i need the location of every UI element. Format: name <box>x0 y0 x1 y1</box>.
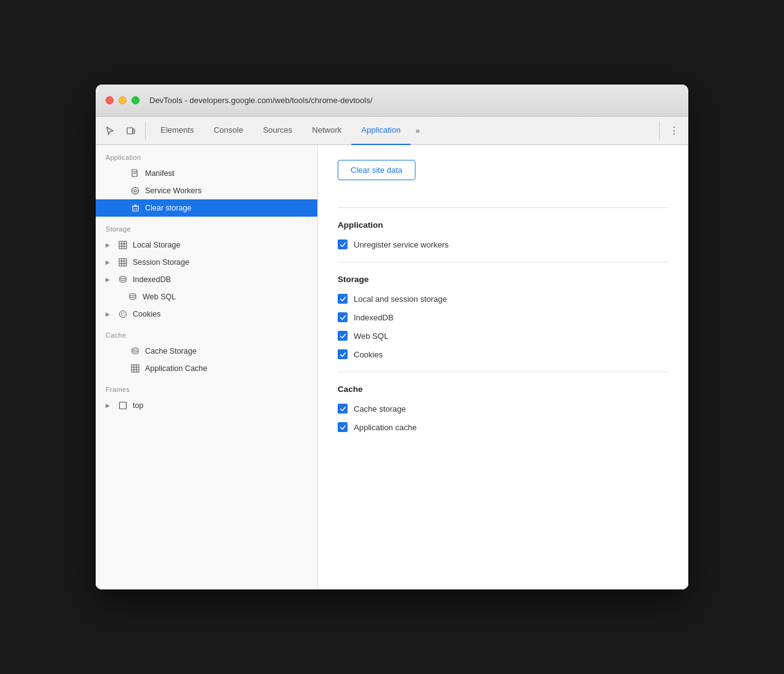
sidebar-item-cookies-label: Cookies <box>133 310 161 318</box>
menu-button[interactable]: ⋮ <box>665 122 683 140</box>
session-storage-arrow: ▶ <box>106 259 113 265</box>
indexeddb-icon <box>118 275 128 285</box>
checkbox-cache-storage[interactable]: Cache storage <box>338 404 669 414</box>
checkbox-unregister-sw[interactable]: Unregister service workers <box>338 239 669 249</box>
checkbox-indexeddb-input[interactable] <box>338 312 348 322</box>
checkbox-app-cache-label: Application cache <box>354 423 417 432</box>
maximize-button[interactable] <box>131 96 140 104</box>
svg-point-28 <box>120 311 127 318</box>
checkbox-unregister-sw-input[interactable] <box>338 239 348 249</box>
sidebar-section-application: Application <box>96 145 317 165</box>
device-icon-button[interactable] <box>122 122 140 140</box>
checkbox-cookies-label: Cookies <box>354 350 383 359</box>
svg-point-26 <box>120 277 126 279</box>
top-frame-icon <box>118 401 128 410</box>
svg-point-29 <box>121 313 122 314</box>
checkbox-local-session[interactable]: Local and session storage <box>338 294 669 304</box>
cursor-icon-button[interactable] <box>101 122 119 140</box>
tab-more-button[interactable]: » <box>411 117 425 145</box>
checkbox-app-cache-input[interactable] <box>338 422 348 432</box>
tabs: Elements Console Sources Network Applica… <box>151 117 659 145</box>
devtools-body: Application Manifest <box>96 145 688 589</box>
sidebar-item-service-workers[interactable]: Service Workers <box>96 182 317 199</box>
top-arrow: ▶ <box>106 402 113 409</box>
sidebar-item-cookies[interactable]: ▶ Cookies <box>96 306 317 323</box>
sidebar-section-cache: Cache <box>96 323 317 343</box>
sidebar-item-cache-storage-label: Cache Storage <box>145 347 196 356</box>
devtools-window: DevTools - developers.google.com/web/too… <box>96 85 688 589</box>
sidebar-item-manifest[interactable]: Manifest <box>96 165 317 182</box>
cache-heading: Cache <box>338 385 669 394</box>
sw-arrow <box>118 188 125 194</box>
manifest-icon <box>130 168 140 178</box>
close-button[interactable] <box>106 96 114 104</box>
svg-rect-1 <box>133 129 135 133</box>
checkbox-app-cache[interactable]: Application cache <box>338 422 669 432</box>
toolbar-end: ⋮ <box>659 122 683 140</box>
svg-rect-21 <box>119 259 127 266</box>
cookies-arrow: ▶ <box>106 311 113 317</box>
sidebar-item-local-storage[interactable]: ▶ Local Storage <box>96 236 317 254</box>
checkbox-local-session-input[interactable] <box>338 294 348 304</box>
svg-point-31 <box>122 315 123 316</box>
svg-point-30 <box>123 312 125 314</box>
menu-icon: ⋮ <box>669 125 679 136</box>
tab-sources[interactable]: Sources <box>253 117 302 145</box>
checkbox-cache-storage-label: Cache storage <box>354 404 406 414</box>
traffic-lights <box>106 96 140 104</box>
svg-point-33 <box>121 314 122 315</box>
sidebar-item-clear-storage[interactable]: Clear storage <box>96 199 317 217</box>
sidebar-item-web-sql[interactable]: Web SQL <box>96 288 317 306</box>
checkbox-cache-storage-input[interactable] <box>338 404 348 414</box>
tab-network[interactable]: Network <box>302 117 352 145</box>
sidebar: Application Manifest <box>96 145 318 589</box>
checkbox-web-sql-label: Web SQL <box>354 331 388 341</box>
tab-console[interactable]: Console <box>204 117 253 145</box>
checkbox-indexeddb[interactable]: IndexedDB <box>338 312 669 322</box>
main-section-cache: Cache Cache storage Application cache <box>338 385 669 432</box>
checkbox-local-session-label: Local and session storage <box>354 294 447 304</box>
sidebar-item-indexeddb[interactable]: ▶ IndexedDB <box>96 271 317 288</box>
sidebar-item-sw-label: Service Workers <box>145 186 201 195</box>
sidebar-section-frames: Frames <box>96 377 317 397</box>
indexeddb-arrow: ▶ <box>106 277 113 283</box>
sidebar-item-app-cache-label: Application Cache <box>145 364 207 373</box>
tab-elements[interactable]: Elements <box>151 117 204 145</box>
sidebar-item-top[interactable]: ▶ top <box>96 397 317 414</box>
titlebar: DevTools - developers.google.com/web/too… <box>96 85 688 117</box>
app-cache-arrow <box>118 365 125 372</box>
checkbox-web-sql-input[interactable] <box>338 331 348 341</box>
cache-storage-arrow <box>118 348 125 354</box>
checkbox-web-sql[interactable]: Web SQL <box>338 331 669 341</box>
cookies-icon <box>118 309 128 319</box>
local-storage-arrow: ▶ <box>106 242 113 248</box>
manifest-arrow <box>118 170 125 177</box>
minimize-button[interactable] <box>119 96 127 104</box>
main-panel: Clear site data Application Unregister s… <box>318 145 688 589</box>
window-title: DevTools - developers.google.com/web/too… <box>149 96 372 105</box>
checkbox-cookies-input[interactable] <box>338 349 348 359</box>
main-section-application: Application Unregister service workers <box>338 220 669 249</box>
sidebar-item-manifest-label: Manifest <box>145 169 174 178</box>
clear-site-data-button[interactable]: Clear site data <box>338 160 415 180</box>
sidebar-item-app-cache[interactable]: Application Cache <box>96 360 317 377</box>
app-cache-icon <box>130 364 140 373</box>
divider-3 <box>338 372 669 372</box>
sidebar-item-indexeddb-label: IndexedDB <box>133 275 171 284</box>
sidebar-item-cache-storage[interactable]: Cache Storage <box>96 343 317 360</box>
sidebar-item-session-storage[interactable]: ▶ Session Storage <box>96 254 317 271</box>
local-storage-icon <box>118 240 128 250</box>
checkbox-cookies[interactable]: Cookies <box>338 349 669 359</box>
service-workers-icon <box>130 186 140 196</box>
sidebar-item-web-sql-label: Web SQL <box>143 293 176 301</box>
sidebar-item-top-label: top <box>133 401 143 410</box>
application-heading: Application <box>338 220 669 230</box>
session-storage-icon <box>118 257 128 267</box>
svg-point-34 <box>132 348 138 351</box>
clear-arrow <box>118 205 125 211</box>
tab-application[interactable]: Application <box>351 117 411 145</box>
sidebar-item-local-storage-label: Local Storage <box>133 241 180 249</box>
toolbar-icon-group <box>101 122 146 140</box>
svg-rect-35 <box>131 365 139 372</box>
sidebar-item-clear-label: Clear storage <box>145 204 191 212</box>
